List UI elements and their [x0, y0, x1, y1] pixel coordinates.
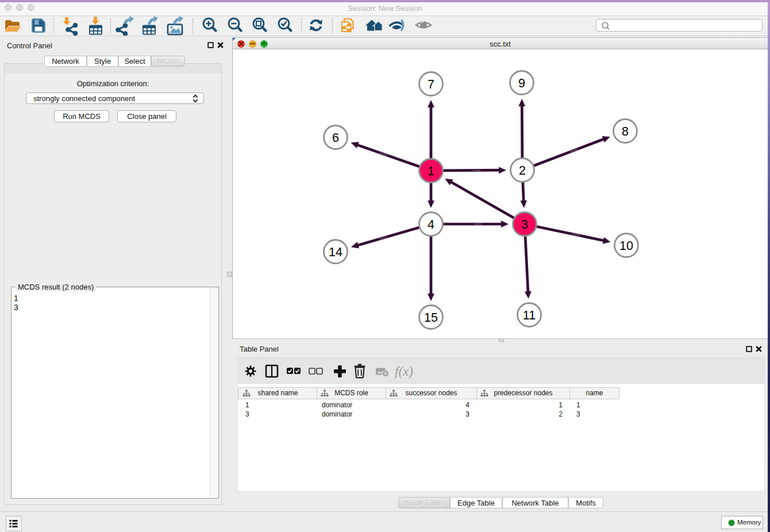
svg-text:3: 3	[521, 218, 528, 232]
svg-text:f(x): f(x)	[395, 364, 413, 379]
svg-text:7: 7	[428, 78, 434, 91]
svg-text:11: 11	[523, 309, 536, 322]
svg-text:14: 14	[329, 245, 342, 259]
svg-text:8: 8	[622, 125, 629, 138]
svg-text:6: 6	[332, 131, 339, 145]
svg-text:15: 15	[424, 311, 438, 325]
svg-text:2: 2	[519, 164, 526, 178]
svg-text:1: 1	[428, 164, 434, 178]
svg-text:9: 9	[518, 76, 525, 90]
svg-text:10: 10	[619, 239, 633, 253]
svg-text:4: 4	[428, 218, 434, 232]
